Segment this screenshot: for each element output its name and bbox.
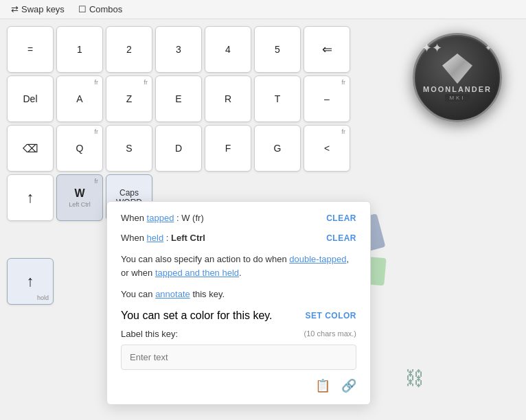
label-input[interactable] — [121, 345, 356, 370]
key-2[interactable]: 2 — [106, 26, 152, 73]
key-s[interactable]: S — [106, 125, 152, 172]
key-r[interactable]: R — [205, 75, 251, 122]
annotate-link[interactable]: annotate — [155, 289, 190, 299]
popup-footer: 📋 🔗 — [121, 378, 356, 393]
top-nav: ⇄ Swap keys ☐ Combos — [0, 0, 526, 19]
key-backspace[interactable]: ⇐ — [304, 26, 350, 73]
right-panel: ✦✦ ✦ MOONLANDER MKI — [389, 19, 526, 417]
held-value: Left Ctrl — [171, 233, 205, 243]
color-row: You can set a color for this key. SET CO… — [121, 310, 356, 322]
key-del2[interactable]: ⌫ — [7, 125, 54, 172]
max-chars: (10 chars max.) — [304, 329, 356, 338]
copy-icon[interactable]: 📋 — [315, 378, 330, 393]
logo-diamond — [442, 54, 472, 84]
swap-keys-nav[interactable]: ⇄ Swap keys — [11, 4, 65, 14]
key-dash[interactable]: fr – — [304, 75, 350, 122]
double-tapped-section: You can also specify an action to do whe… — [121, 253, 356, 279]
then-held-link[interactable]: tapped and then held — [155, 268, 239, 278]
stars-decoration: ✦✦ — [422, 40, 442, 56]
key-w[interactable]: fr W Left Ctrl — [56, 174, 103, 221]
held-text: When held : Left Ctrl — [121, 233, 205, 243]
key-f[interactable]: F — [205, 125, 251, 172]
held-link[interactable]: held — [147, 233, 164, 243]
key-z[interactable]: fr Z — [106, 75, 152, 122]
hold-row: ↑ hold — [7, 258, 54, 305]
key-t[interactable]: T — [254, 75, 301, 122]
logo-name: MOONLANDER — [423, 85, 492, 93]
chain-icon: ⛓ — [405, 368, 424, 389]
key-row-1: = 1 2 3 4 5 ⇐ — [7, 26, 382, 73]
held-row: When held : Left Ctrl CLEAR — [121, 233, 356, 243]
main-area: = 1 2 3 4 5 ⇐ Del fr A fr Z E R T — [0, 19, 526, 417]
key-4[interactable]: 4 — [205, 26, 251, 73]
logo-subtitle: MKI — [445, 94, 469, 102]
key-hold[interactable]: ↑ hold — [7, 258, 54, 305]
annotate-section: You can annotate this key. — [121, 288, 356, 301]
key-3[interactable]: 3 — [155, 26, 202, 73]
key-g[interactable]: G — [254, 125, 301, 172]
key-q[interactable]: fr Q — [56, 125, 103, 172]
key-equals[interactable]: = — [7, 26, 54, 73]
key-5[interactable]: 5 — [254, 26, 301, 73]
moonlander-logo: ✦✦ ✦ MOONLANDER MKI — [413, 33, 502, 122]
link-icon[interactable]: 🔗 — [341, 378, 356, 393]
combos-nav[interactable]: ☐ Combos — [78, 4, 122, 14]
key-1[interactable]: 1 — [56, 26, 103, 73]
key-e[interactable]: E — [155, 75, 202, 122]
label-heading: Label this key: — [121, 329, 178, 339]
key-lt[interactable]: fr < — [304, 125, 350, 172]
tapped-link[interactable]: tapped — [147, 213, 174, 223]
combos-checkbox: ☐ — [78, 4, 87, 14]
key-config-popup: When tapped : W (fr) CLEAR When held : L… — [106, 201, 371, 405]
key-del[interactable]: Del — [7, 75, 54, 122]
tapped-row: When tapped : W (fr) CLEAR — [121, 213, 356, 223]
key-row-2: Del fr A fr Z E R T fr – — [7, 75, 382, 122]
double-tapped-link[interactable]: double-tapped — [289, 254, 346, 264]
color-text: You can set a color for this key. — [121, 310, 273, 322]
key-a[interactable]: fr A — [56, 75, 103, 122]
key-d[interactable]: D — [155, 125, 202, 172]
label-heading-row: Label this key: (10 chars max.) — [121, 329, 356, 339]
tapped-clear-button[interactable]: CLEAR — [326, 213, 356, 223]
tapped-text: When tapped : W (fr) — [121, 213, 204, 223]
stars-decoration-2: ✦ — [485, 43, 492, 53]
key-row-3: ⌫ fr Q S D F G fr < — [7, 125, 382, 172]
bottom-right-icons: ⛓ — [405, 367, 424, 390]
key-shift[interactable]: ↑ — [7, 174, 54, 221]
swap-icon: ⇄ — [11, 4, 19, 14]
held-clear-button[interactable]: CLEAR — [326, 233, 356, 243]
set-color-button[interactable]: SET COLOR — [305, 311, 356, 320]
